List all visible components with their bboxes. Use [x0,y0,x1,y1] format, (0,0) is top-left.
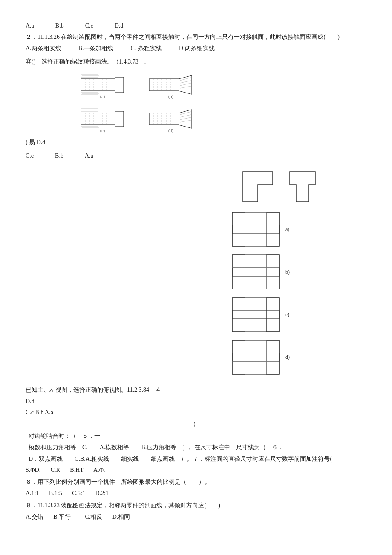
q4-text: 已知主、左视图，选择正确的俯视图。11.2.3.84 ４． [26,385,366,395]
svg-line-43 [180,115,191,117]
option-b-diagram: b) [230,253,366,291]
q2-opt-a: A.两条粗实线 [26,43,61,54]
line-options-top: A.a B.b C.c D.d [26,21,366,31]
svg-rect-58 [232,225,279,234]
svg-rect-64 [232,255,245,289]
q7-opt-r: C.R [51,467,60,473]
svg-rect-80 [232,340,245,374]
opt-aa: A.a [26,21,34,31]
q9-opts-line: A.交错 B.平行 C.相反 D.相同 [26,512,366,522]
q3-intro: 容() 选择正确的螺纹联接画法。（1.4.3.73 . [26,57,366,67]
q8-opt-a: A.1:1 [26,490,39,497]
diagram-group-left: (a) [77,71,196,133]
q7-opts-line: S.ΦD. C.R B.HT A.Φ. [26,465,366,475]
option-a-diagram: a) [230,210,366,249]
svg-marker-15 [179,75,192,94]
right-diagrams-section: a) b) [230,165,366,376]
q5-text: 对齿轮啮合时：（ ５．一 [26,431,366,441]
q6-opts: D．双点画线 C.B.A.粗实线 细实线 细点画线 ）。７．标注圆的直径尺寸时应… [26,454,366,464]
q9-text: ９．11.1.3.23 装配图画法规定，相邻两零件的剖面线，其倾斜方向应( ) [26,500,366,511]
svg-rect-75 [266,298,279,332]
screw-diagrams: (a) [77,71,366,133]
svg-rect-56 [232,212,245,246]
main-area: a) b) [26,165,366,376]
svg-text:(b): (b) [168,94,173,99]
label-b: b) [285,268,290,276]
q2-opt-c: C.-条粗实线 [130,43,162,54]
q9-opt-d: D.相同 [112,514,130,520]
svg-text:(a): (a) [100,94,105,99]
q7-opt-s: S.ΦD. [26,467,40,473]
svg-marker-53 [243,172,273,202]
q8-opts-line: A.1:1 B.1:5 C.5:1 D.2:1 [26,489,366,499]
svg-line-17 [180,81,191,83]
svg-rect-76 [232,310,279,319]
q2-options: A.两条粗实线 B.一条加粗线 C.-条粗实线 D.两条细实线 [26,43,366,54]
q2-text: ２．11.1.3.26 在绘制装配图时，当两个零件之间相互接触时，在同一方向上只… [26,32,366,42]
bolt-diagram-b-top: (b) [145,71,196,99]
q2-opt-d: D.两条细实线 [179,43,215,54]
opt-dd: D.d [115,21,124,31]
bottom-section: 已知主、左视图，选择正确的俯视图。11.2.3.84 ４． D.d C.c B.… [26,385,366,522]
opt-cc: C.c [85,21,93,31]
svg-rect-74 [232,298,245,332]
svg-rect-73 [232,298,279,332]
svg-text:(c): (c) [100,128,105,133]
q8-text: ８．用下列比例分别画同一个机件，所绘图形最大的比例是（ ）。 [26,477,366,487]
svg-rect-81 [266,340,279,374]
option-d-diagram: d) [230,338,366,376]
after-opt-a: A.a [85,151,93,161]
q4-options2: C.c B.b A.a [26,408,366,418]
svg-rect-66 [232,268,279,276]
q8-opt-b: B.1:5 [49,490,62,497]
bolt-diagram-c: (c) [77,105,128,133]
svg-rect-82 [232,353,279,361]
after-opt-b: B.b [55,151,63,161]
q9-opt-b: B.平行 [53,514,71,520]
label-c: c) [285,310,289,319]
svg-line-44 [180,117,191,120]
label-a: a) [285,225,289,234]
q2-section: ２．11.1.3.26 在绘制装配图时，当两个零件之间相互接触时，在同一方向上只… [26,32,366,54]
q8-opt-d: D.2:1 [95,490,109,497]
option-c-diagram: c) [230,295,366,334]
top-divider [26,13,366,13]
left-text [26,165,222,376]
page-content: A.a B.b C.c D.d ２．11.1.3.26 在绘制装配图时，当两个零… [26,13,366,522]
q9-opt-a: A.交错 [26,514,43,520]
after-diagram-text: ) 易 D.d [26,137,366,147]
svg-rect-39 [115,111,124,127]
svg-rect-79 [232,340,279,374]
label-d: d) [285,353,290,361]
bolt-diagram-d: (d) [145,105,196,133]
svg-rect-46 [149,113,179,125]
q4-options: D.d [26,396,366,407]
svg-rect-55 [232,212,279,246]
after-opt-c: C.c [26,151,34,161]
q2-opt-b: B.一条加粗线 [78,43,114,54]
svg-rect-13 [115,77,124,92]
q7-opt-a: A.Φ. [93,467,105,473]
opt-bb: B.b [55,21,64,31]
svg-text:(d): (d) [168,128,173,133]
q7-opt-h: B.HT [70,467,83,473]
after-options: C.c B.b A.a [26,151,366,161]
svg-rect-20 [149,79,179,91]
svg-line-19 [180,86,191,88]
svg-marker-41 [179,110,192,128]
q5-sub: 模数和压力角相等 C. A.模数相等 B.压力角相等 ）。在尺寸标注中，尺寸线为… [26,442,366,453]
svg-line-18 [180,83,191,86]
svg-rect-57 [266,212,279,246]
q9-opt-c: C.相反 [85,514,102,520]
q8-opt-c: C.5:1 [72,490,85,497]
svg-rect-63 [232,255,279,289]
svg-rect-65 [266,255,279,289]
bolt-diagram-a: (a) [77,71,128,99]
svg-marker-54 [290,172,315,202]
svg-line-45 [180,120,191,122]
shape-top [230,165,358,206]
bracket-line: ） [26,419,366,429]
